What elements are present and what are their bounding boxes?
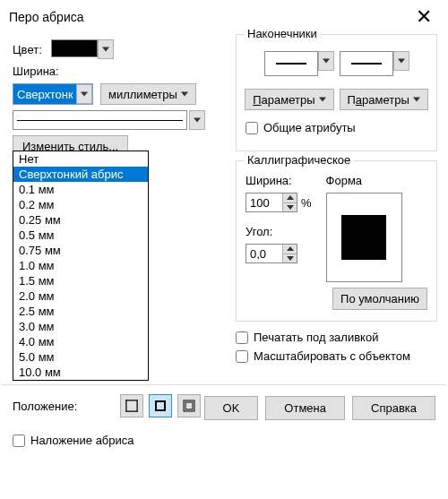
percent-sign: % (301, 196, 312, 210)
overlay-checkbox[interactable] (13, 434, 25, 447)
help-button[interactable]: Справка (352, 396, 435, 420)
width-option[interactable]: 0.75 мм (13, 243, 148, 258)
position-outside[interactable] (120, 394, 143, 417)
width-dropdown-list[interactable]: НетСверхтонкий абрис0.1 мм0.2 мм0.25 мм0… (13, 151, 149, 381)
width-option[interactable]: 0.5 мм (13, 228, 148, 243)
cal-angle-up[interactable] (283, 245, 297, 254)
line-style-arrow[interactable] (189, 110, 205, 130)
svg-rect-8 (185, 402, 193, 409)
cal-width-input[interactable] (246, 194, 282, 211)
close-icon[interactable]: ✕ (409, 7, 439, 27)
cal-angle-input[interactable] (246, 245, 282, 262)
default-button[interactable]: По умолчанию (332, 288, 427, 310)
width-input[interactable] (13, 84, 76, 104)
cal-width-label: Ширина: (246, 174, 312, 187)
svg-rect-4 (126, 400, 137, 411)
scale-with-label: Масштабировать с объектом (254, 349, 410, 363)
width-option[interactable]: Нет (13, 151, 148, 167)
width-option[interactable]: 4.0 мм (13, 334, 148, 349)
width-label: Ширина: (13, 65, 59, 78)
width-option[interactable]: 0.1 мм (13, 182, 148, 197)
position-label: Положение: (13, 400, 115, 413)
shared-attrs-checkbox[interactable] (246, 122, 258, 134)
print-under-checkbox[interactable] (236, 331, 248, 344)
cal-angle-label: Угол: (246, 225, 312, 238)
dialog-title: Перо абриса (9, 10, 84, 24)
arrow-start[interactable] (264, 51, 318, 76)
cal-shape-label: Форма (326, 174, 402, 187)
width-option[interactable]: 2.5 мм (13, 304, 148, 319)
position-center[interactable] (149, 394, 172, 417)
shared-attrs-label: Общие атрибуты (263, 121, 356, 134)
width-option[interactable]: 3.0 мм (13, 319, 148, 334)
line-style-combo[interactable] (13, 110, 187, 130)
cal-angle-spin[interactable] (246, 244, 297, 263)
arrow-end-dd[interactable] (393, 51, 409, 71)
arrow-start-dd[interactable] (318, 51, 334, 71)
scale-with-checkbox[interactable] (236, 350, 248, 363)
calligraphic-title: Каллиграфическое (244, 153, 354, 167)
arrowheads-title: Наконечники (244, 27, 321, 40)
width-option[interactable]: 0.25 мм (13, 212, 148, 228)
units-label: миллиметры (108, 88, 177, 101)
cal-width-up[interactable] (283, 194, 297, 202)
units-button[interactable]: миллиметры (100, 83, 196, 105)
cancel-button[interactable]: Отмена (265, 396, 345, 420)
width-option[interactable]: Сверхтонкий абрис (13, 167, 148, 182)
width-option[interactable]: 1.5 мм (13, 273, 148, 288)
width-dropdown-arrow[interactable] (76, 84, 92, 104)
overlay-label: Наложение абриса (30, 434, 134, 447)
width-option[interactable]: 5.0 мм (13, 349, 148, 365)
ok-button[interactable]: OK (204, 396, 259, 420)
width-option[interactable]: 0.2 мм (13, 197, 148, 212)
cal-width-spin[interactable] (246, 193, 297, 212)
color-label: Цвет: (13, 43, 42, 56)
calligraphic-group: Каллиграфическое Ширина: % Угол: (236, 160, 437, 322)
color-swatch[interactable] (51, 39, 98, 57)
width-option[interactable]: 1.0 мм (13, 258, 148, 273)
arrow-start-params[interactable]: Параметры (245, 89, 333, 110)
arrow-end[interactable] (340, 51, 393, 76)
cal-width-down[interactable] (283, 202, 297, 212)
width-option[interactable]: 2.0 мм (13, 288, 148, 304)
position-inside[interactable] (177, 394, 201, 417)
cal-shape-preview (326, 193, 402, 282)
arrowheads-group: Наконечники Параметры Параметры Общие ат… (236, 34, 437, 151)
svg-rect-6 (156, 401, 165, 410)
width-option[interactable]: 10.0 мм (13, 365, 148, 380)
cal-angle-down[interactable] (283, 254, 297, 263)
print-under-label: Печатать под заливкой (254, 331, 378, 344)
color-dropdown-arrow[interactable] (98, 39, 114, 59)
svg-rect-5 (125, 400, 138, 412)
arrow-end-params[interactable]: Параметры (340, 89, 428, 110)
width-combo[interactable] (13, 83, 93, 105)
